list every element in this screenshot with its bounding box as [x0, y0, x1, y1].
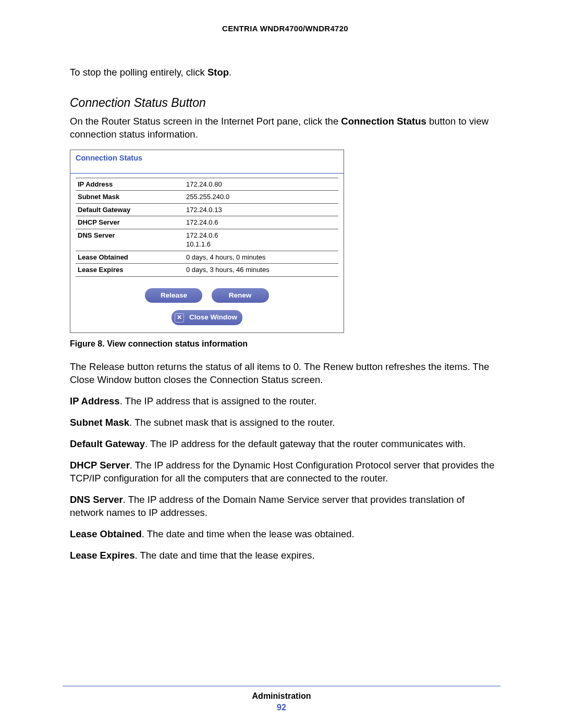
row-value: 172.24.0.80: [184, 178, 338, 191]
section-heading: Connection Status Button: [70, 95, 500, 111]
row-label: DHCP Server: [76, 216, 184, 229]
row-value: 0 days, 4 hours, 0 minutes: [184, 251, 338, 264]
connection-status-keyword: Connection Status: [341, 116, 426, 127]
definition-dns-server: DNS Server. The IP address of the Domain…: [70, 493, 500, 520]
row-label: Lease Obtained: [76, 251, 184, 264]
connection-status-figure: Connection Status IP Address 172.24.0.80…: [70, 150, 344, 333]
row-value: 255.255.240.0: [184, 191, 338, 204]
term: DHCP Server: [70, 460, 130, 471]
row-value: 172.24.0.6 10.1.1.6: [184, 229, 338, 251]
close-label: Close Window: [189, 313, 237, 321]
footer-section: Administration: [0, 692, 563, 701]
intro-paragraph: On the Router Status screen in the Inter…: [70, 115, 500, 141]
row-value: 0 days, 3 hours, 46 minutes: [184, 264, 338, 277]
definition-dhcp-server: DHCP Server. The IP address for the Dyna…: [70, 459, 500, 485]
stop-instruction: To stop the polling entirely, click Stop…: [70, 66, 500, 79]
close-window-button[interactable]: ✕Close Window: [172, 310, 242, 325]
explanation-paragraph: The Release button returns the status of…: [70, 361, 500, 387]
row-value: 172.24.0.6: [184, 216, 338, 229]
term-text: . The IP address for the default gateway…: [145, 438, 466, 449]
stop-keyword: Stop: [207, 67, 229, 78]
row-label: Lease Expires: [76, 264, 184, 277]
term: IP Address: [70, 396, 120, 406]
renew-button[interactable]: Renew: [212, 288, 269, 303]
text: On the Router Status screen in the Inter…: [70, 116, 341, 127]
divider: [70, 173, 344, 174]
definition-subnet-mask: Subnet Mask. The subnet mask that is ass…: [70, 416, 500, 429]
figure-caption: Figure 8. View connection status informa…: [70, 338, 500, 350]
row-label: IP Address: [76, 178, 184, 191]
term-text: . The IP address that is assigned to the…: [120, 396, 317, 406]
table-row: IP Address 172.24.0.80: [76, 178, 338, 191]
document-header: CENTRIA WNDR4700/WNDR4720: [70, 24, 500, 33]
table-row: Subnet Mask 255.255.240.0: [76, 191, 338, 204]
close-icon: ✕: [175, 313, 184, 323]
term-text: . The subnet mask that is assigned to th…: [129, 417, 335, 428]
term-text: . The IP address of the Domain Name Serv…: [70, 494, 464, 518]
row-value: 172.24.0.13: [184, 203, 338, 216]
term-text: . The IP address for the Dynamic Host Co…: [70, 460, 494, 484]
footer-page-number: 92: [0, 703, 563, 712]
connection-status-table: IP Address 172.24.0.80 Subnet Mask 255.2…: [76, 178, 338, 277]
definition-ip-address: IP Address. The IP address that is assig…: [70, 395, 500, 408]
table-row: Lease Expires 0 days, 3 hours, 46 minute…: [76, 264, 338, 277]
term: Lease Obtained: [70, 528, 142, 539]
figure-title: Connection Status: [76, 153, 338, 164]
term: Lease Expires: [70, 550, 134, 561]
term: DNS Server: [70, 494, 123, 505]
text: .: [229, 67, 231, 78]
release-button[interactable]: Release: [145, 288, 202, 303]
term: Subnet Mask: [70, 417, 129, 428]
table-row: DNS Server 172.24.0.6 10.1.1.6: [76, 229, 338, 251]
term: Default Gateway: [70, 438, 145, 449]
row-label: Subnet Mask: [76, 191, 184, 204]
table-row: Lease Obtained 0 days, 4 hours, 0 minute…: [76, 251, 338, 264]
text: To stop the polling entirely, click: [70, 67, 207, 78]
table-row: Default Gateway 172.24.0.13: [76, 203, 338, 216]
row-label: DNS Server: [76, 229, 184, 251]
term-text: . The date and time when the lease was o…: [142, 528, 354, 539]
term-text: . The date and time that the lease expir…: [134, 550, 314, 561]
definition-lease-expires: Lease Expires. The date and time that th…: [70, 549, 500, 562]
definition-default-gateway: Default Gateway. The IP address for the …: [70, 438, 500, 451]
row-label: Default Gateway: [76, 203, 184, 216]
table-row: DHCP Server 172.24.0.6: [76, 216, 338, 229]
definition-lease-obtained: Lease Obtained. The date and time when t…: [70, 528, 500, 541]
footer-rule: [63, 686, 500, 686]
